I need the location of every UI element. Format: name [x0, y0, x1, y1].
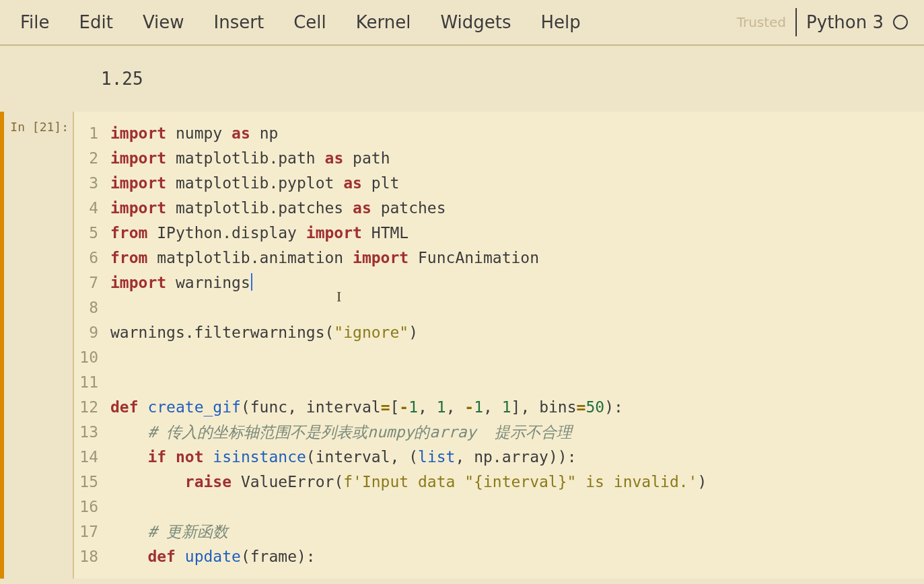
line-number: 11: [74, 370, 110, 395]
code-line[interactable]: 4import matplotlib.patches as patches: [74, 196, 924, 221]
code-line[interactable]: 11: [74, 370, 924, 395]
code-content[interactable]: import matplotlib.patches as patches: [110, 196, 924, 221]
code-content[interactable]: import warnings: [110, 270, 924, 295]
kernel-status-icon[interactable]: [893, 15, 908, 30]
menubar-items: File Edit View Insert Cell Kernel Widget…: [20, 12, 581, 32]
code-line[interactable]: 3import matplotlib.pyplot as plt: [74, 171, 924, 196]
code-content[interactable]: import numpy as np: [110, 121, 924, 146]
menu-kernel[interactable]: Kernel: [356, 12, 411, 32]
code-content[interactable]: import matplotlib.pyplot as plt: [110, 171, 924, 196]
notebook-area[interactable]: 1.25 In [21]: I 1import numpy as np2impo…: [0, 46, 924, 579]
line-number: 6: [74, 246, 110, 270]
line-number: 18: [74, 544, 110, 569]
trusted-indicator[interactable]: Trusted: [737, 14, 786, 30]
code-line[interactable]: 8: [74, 295, 924, 320]
line-number: 9: [74, 320, 110, 345]
line-number: 2: [74, 146, 110, 171]
line-number: 1: [74, 121, 110, 146]
caret: [251, 273, 252, 291]
line-number: 17: [74, 519, 110, 544]
code-content[interactable]: # 更新函数: [110, 519, 924, 544]
code-content[interactable]: warnings.filterwarnings("ignore"): [110, 320, 924, 345]
menu-view[interactable]: View: [143, 12, 184, 32]
code-content[interactable]: [110, 295, 924, 320]
code-content[interactable]: if not isinstance(interval, (list, np.ar…: [110, 445, 924, 470]
code-content[interactable]: raise ValueError(f'Input data "{interval…: [110, 470, 924, 495]
line-number: 14: [74, 445, 110, 470]
code-content[interactable]: # 传入的坐标轴范围不是列表或numpy的array 提示不合理: [110, 420, 924, 445]
code-content[interactable]: from IPython.display import HTML: [110, 221, 924, 246]
code-line[interactable]: 7import warnings: [74, 270, 924, 295]
kernel-name[interactable]: Python 3: [806, 12, 884, 32]
code-line[interactable]: 10: [74, 345, 924, 370]
code-content[interactable]: [110, 345, 924, 370]
cell-prompt: In [21]:: [4, 112, 73, 579]
line-number: 12: [74, 395, 110, 420]
menu-cell[interactable]: Cell: [293, 12, 326, 32]
code-line[interactable]: 15 raise ValueError(f'Input data "{inter…: [74, 470, 924, 495]
code-line[interactable]: 12def create_gif(func, interval=[-1, 1, …: [74, 395, 924, 420]
line-number: 3: [74, 171, 110, 196]
menu-edit[interactable]: Edit: [79, 12, 113, 32]
menu-widgets[interactable]: Widgets: [440, 12, 511, 32]
menubar: File Edit View Insert Cell Kernel Widget…: [0, 0, 924, 46]
code-editor[interactable]: I 1import numpy as np2import matplotlib.…: [73, 112, 924, 579]
code-line[interactable]: 18 def update(frame):: [74, 544, 924, 569]
code-content[interactable]: def create_gif(func, interval=[-1, 1, -1…: [110, 395, 924, 420]
code-cell[interactable]: In [21]: I 1import numpy as np2import ma…: [0, 112, 924, 579]
code-line[interactable]: 16: [74, 495, 924, 519]
line-number: 8: [74, 295, 110, 320]
line-number: 16: [74, 495, 110, 519]
code-line[interactable]: 17 # 更新函数: [74, 519, 924, 544]
menu-insert[interactable]: Insert: [214, 12, 264, 32]
code-content[interactable]: def update(frame):: [110, 544, 924, 569]
line-number: 13: [74, 420, 110, 445]
line-number: 5: [74, 221, 110, 246]
line-number: 10: [74, 345, 110, 370]
previous-output-text: 1.25: [0, 46, 924, 112]
separator: [795, 8, 797, 36]
menu-file[interactable]: File: [20, 12, 50, 32]
code-line[interactable]: 1import numpy as np: [74, 121, 924, 146]
code-line[interactable]: 6from matplotlib.animation import FuncAn…: [74, 246, 924, 270]
code-content[interactable]: [110, 370, 924, 395]
code-line[interactable]: 14 if not isinstance(interval, (list, np…: [74, 445, 924, 470]
code-content[interactable]: [110, 495, 924, 519]
line-number: 15: [74, 470, 110, 495]
code-content[interactable]: from matplotlib.animation import FuncAni…: [110, 246, 924, 270]
code-line[interactable]: 9warnings.filterwarnings("ignore"): [74, 320, 924, 345]
code-line[interactable]: 5from IPython.display import HTML: [74, 221, 924, 246]
code-line[interactable]: 13 # 传入的坐标轴范围不是列表或numpy的array 提示不合理: [74, 420, 924, 445]
line-number: 4: [74, 196, 110, 221]
code-content[interactable]: import matplotlib.path as path: [110, 146, 924, 171]
line-number: 7: [74, 270, 110, 295]
menu-help[interactable]: Help: [541, 12, 581, 32]
code-line[interactable]: 2import matplotlib.path as path: [74, 146, 924, 171]
